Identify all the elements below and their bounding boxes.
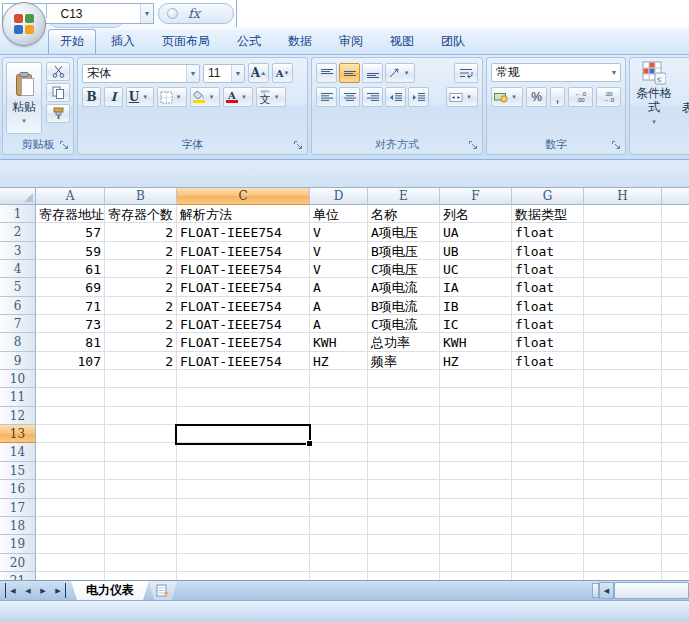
cell-B5[interactable]: 2 bbox=[105, 278, 177, 296]
cell-H8[interactable] bbox=[584, 333, 662, 351]
row-header-6[interactable]: 6 bbox=[0, 297, 36, 315]
cell-G16[interactable] bbox=[512, 480, 584, 498]
cell-C18[interactable] bbox=[177, 517, 310, 535]
formula-input[interactable] bbox=[236, 0, 689, 27]
cell-E19[interactable] bbox=[368, 535, 440, 553]
cell-D13[interactable] bbox=[310, 425, 368, 443]
cell-B12[interactable] bbox=[105, 407, 177, 425]
cell-E6[interactable]: B项电流 bbox=[368, 297, 440, 315]
cell-C16[interactable] bbox=[177, 480, 310, 498]
cell-C11[interactable] bbox=[177, 388, 310, 406]
cell-B14[interactable] bbox=[105, 443, 177, 461]
cell-A14[interactable] bbox=[36, 443, 105, 461]
cell-B3[interactable]: 2 bbox=[105, 242, 177, 260]
cell-D6[interactable]: A bbox=[310, 297, 368, 315]
scroll-left-button[interactable]: ◀ bbox=[599, 582, 614, 599]
cell-E7[interactable]: C项电流 bbox=[368, 315, 440, 333]
cell-E9[interactable]: 频率 bbox=[368, 352, 440, 370]
cell-C20[interactable] bbox=[177, 554, 310, 572]
cell-F12[interactable] bbox=[440, 407, 512, 425]
sheet-tab-active[interactable]: 电力仪表 bbox=[71, 581, 149, 600]
cell-F2[interactable]: UA bbox=[440, 223, 512, 241]
align-left-button[interactable] bbox=[316, 87, 337, 107]
row-header-21[interactable]: 21 bbox=[0, 572, 36, 580]
cell-B10[interactable] bbox=[105, 370, 177, 388]
first-sheet-button[interactable]: ◀ bbox=[5, 583, 20, 598]
cell-F14[interactable] bbox=[440, 443, 512, 461]
fill-handle[interactable] bbox=[307, 441, 312, 446]
cell-B17[interactable] bbox=[105, 499, 177, 517]
column-header-B[interactable]: B bbox=[105, 188, 177, 205]
cell-F16[interactable] bbox=[440, 480, 512, 498]
cell-B4[interactable]: 2 bbox=[105, 260, 177, 278]
cell-I1[interactable] bbox=[662, 205, 689, 223]
cell-I2[interactable] bbox=[662, 223, 689, 241]
increase-decimal-button[interactable]: ←.0.00 bbox=[568, 87, 593, 107]
cell-E12[interactable] bbox=[368, 407, 440, 425]
tab-split-handle[interactable] bbox=[592, 583, 599, 598]
cell-G5[interactable]: float bbox=[512, 278, 584, 296]
cell-A12[interactable] bbox=[36, 407, 105, 425]
percent-button[interactable]: % bbox=[526, 87, 547, 107]
cell-I10[interactable] bbox=[662, 370, 689, 388]
cell-A19[interactable] bbox=[36, 535, 105, 553]
cell-E17[interactable] bbox=[368, 499, 440, 517]
cell-H6[interactable] bbox=[584, 297, 662, 315]
cell-C17[interactable] bbox=[177, 499, 310, 517]
borders-button[interactable]: ▾ bbox=[157, 87, 187, 107]
cell-F7[interactable]: IC bbox=[440, 315, 512, 333]
cell-B16[interactable] bbox=[105, 480, 177, 498]
cell-G10[interactable] bbox=[512, 370, 584, 388]
cell-I21[interactable] bbox=[662, 572, 689, 580]
cell-I17[interactable] bbox=[662, 499, 689, 517]
phonetic-guide-button[interactable]: wén文 ▾ bbox=[256, 87, 286, 107]
cell-B21[interactable] bbox=[105, 572, 177, 580]
cell-H3[interactable] bbox=[584, 242, 662, 260]
ribbon-tab-formulas[interactable]: 公式 bbox=[225, 29, 273, 54]
cell-H21[interactable] bbox=[584, 572, 662, 580]
cell-B9[interactable]: 2 bbox=[105, 352, 177, 370]
cell-H19[interactable] bbox=[584, 535, 662, 553]
insert-worksheet-button[interactable]: ✶ bbox=[149, 581, 177, 600]
row-header-16[interactable]: 16 bbox=[0, 480, 36, 498]
cell-D4[interactable]: V bbox=[310, 260, 368, 278]
cell-G17[interactable] bbox=[512, 499, 584, 517]
dropdown-icon[interactable]: ▼ bbox=[608, 64, 620, 81]
cell-C4[interactable]: FLOAT-IEEE754 bbox=[177, 260, 310, 278]
cell-H10[interactable] bbox=[584, 370, 662, 388]
cell-G20[interactable] bbox=[512, 554, 584, 572]
cell-B7[interactable]: 2 bbox=[105, 315, 177, 333]
number-format-select[interactable]: 常规 ▼ bbox=[491, 63, 621, 82]
cut-button[interactable] bbox=[46, 62, 70, 81]
column-header-G[interactable]: G bbox=[512, 188, 584, 205]
cell-B13[interactable] bbox=[105, 425, 177, 443]
cell-A11[interactable] bbox=[36, 388, 105, 406]
cell-D18[interactable] bbox=[310, 517, 368, 535]
cell-E11[interactable] bbox=[368, 388, 440, 406]
cell-E3[interactable]: B项电压 bbox=[368, 242, 440, 260]
cell-D11[interactable] bbox=[310, 388, 368, 406]
cell-D15[interactable] bbox=[310, 462, 368, 480]
cell-F9[interactable]: HZ bbox=[440, 352, 512, 370]
cell-C10[interactable] bbox=[177, 370, 310, 388]
last-sheet-button[interactable]: ▶ bbox=[51, 583, 66, 598]
cell-D12[interactable] bbox=[310, 407, 368, 425]
cell-H18[interactable] bbox=[584, 517, 662, 535]
cell-G3[interactable]: float bbox=[512, 242, 584, 260]
cell-E15[interactable] bbox=[368, 462, 440, 480]
italic-button[interactable]: I bbox=[104, 87, 123, 107]
font-color-button[interactable]: A ▾ bbox=[223, 87, 253, 107]
cell-F3[interactable]: UB bbox=[440, 242, 512, 260]
cell-I7[interactable] bbox=[662, 315, 689, 333]
grow-font-button[interactable]: A▲ bbox=[248, 63, 269, 83]
font-size-select[interactable]: 11 ▼ bbox=[203, 64, 245, 83]
next-sheet-button[interactable]: ▶ bbox=[36, 583, 50, 598]
cell-H16[interactable] bbox=[584, 480, 662, 498]
cell-A7[interactable]: 73 bbox=[36, 315, 105, 333]
cell-A18[interactable] bbox=[36, 517, 105, 535]
cell-D8[interactable]: KWH bbox=[310, 333, 368, 351]
cell-G8[interactable]: float bbox=[512, 333, 584, 351]
paste-button[interactable]: 粘贴 ▾ bbox=[6, 62, 42, 134]
row-header-7[interactable]: 7 bbox=[0, 315, 36, 333]
office-button[interactable] bbox=[2, 2, 46, 46]
